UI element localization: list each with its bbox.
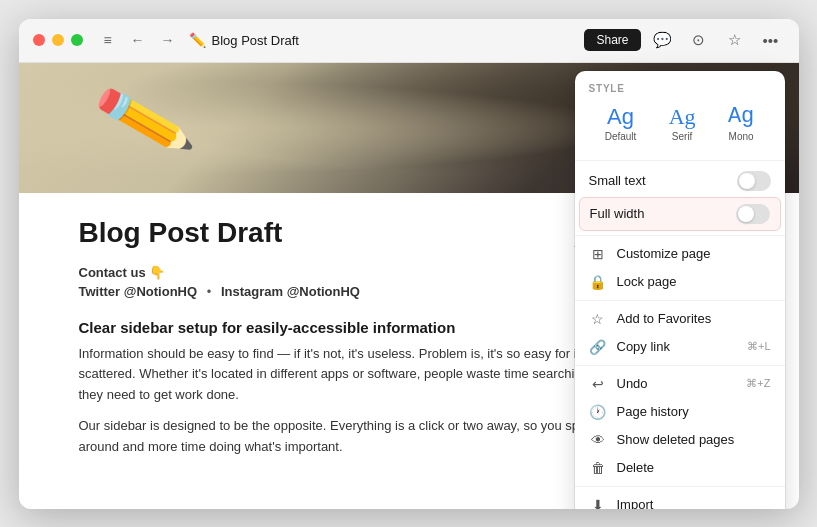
forward-button[interactable]: → <box>155 27 181 53</box>
copy-link-label: Copy link <box>617 339 737 354</box>
style-options: Ag Default Ag Serif Ag Mono <box>575 102 785 156</box>
page-history-icon: 🕐 <box>589 404 607 420</box>
share-button[interactable]: Share <box>584 29 640 51</box>
star-icon[interactable]: ☆ <box>721 26 749 54</box>
style-mono[interactable]: Ag Mono <box>720 102 762 146</box>
app-window: ≡ ← → ✏️ Blog Post Draft Share 💬 ⊙ ☆ •••… <box>19 19 799 509</box>
maximize-button[interactable] <box>71 34 83 46</box>
divider-2 <box>575 235 785 236</box>
full-width-label: Full width <box>590 206 645 221</box>
divider-1 <box>575 160 785 161</box>
lock-label: Lock page <box>617 274 771 289</box>
undo-shortcut: ⌘+Z <box>746 377 770 390</box>
import-label: Import <box>617 497 771 509</box>
copy-link-shortcut: ⌘+L <box>747 340 771 353</box>
show-deleted-label: Show deleted pages <box>617 432 771 447</box>
style-serif[interactable]: Ag Serif <box>661 102 704 146</box>
traffic-lights <box>33 34 83 46</box>
titlebar-actions: Share 💬 ⊙ ☆ ••• <box>584 26 784 54</box>
menu-icon[interactable]: ≡ <box>95 27 121 53</box>
small-text-row: Small text <box>575 165 785 197</box>
style-serif-label: Serif <box>672 131 693 142</box>
separator: • <box>207 284 212 299</box>
pencil-icon: ✏️ <box>89 67 198 172</box>
contact-label: Contact us <box>79 265 146 280</box>
delete-icon: 🗑 <box>589 460 607 476</box>
menu-item-delete[interactable]: 🗑 Delete <box>575 454 785 482</box>
full-width-toggle[interactable] <box>736 204 770 224</box>
style-section-label: STYLE <box>575 83 785 102</box>
nav-buttons: ≡ ← → <box>95 27 181 53</box>
small-text-label: Small text <box>589 173 646 188</box>
divider-3 <box>575 300 785 301</box>
page-title: Blog Post Draft <box>212 33 585 48</box>
divider-4 <box>575 365 785 366</box>
undo-icon: ↩ <box>589 376 607 392</box>
minimize-button[interactable] <box>52 34 64 46</box>
style-serif-letter: Ag <box>669 106 696 128</box>
favorites-icon: ☆ <box>589 311 607 327</box>
full-width-row: Full width <box>579 197 781 231</box>
twitter-label: Twitter @NotionHQ <box>79 284 198 299</box>
style-mono-label: Mono <box>729 131 754 142</box>
favorites-label: Add to Favorites <box>617 311 771 326</box>
contact-emoji: 👇 <box>149 265 165 280</box>
menu-item-undo[interactable]: ↩ Undo ⌘+Z <box>575 370 785 398</box>
titlebar: ≡ ← → ✏️ Blog Post Draft Share 💬 ⊙ ☆ ••• <box>19 19 799 63</box>
style-default-label: Default <box>605 131 637 142</box>
instagram-label: Instagram @NotionHQ <box>221 284 360 299</box>
style-default[interactable]: Ag Default <box>597 102 645 146</box>
more-options-icon[interactable]: ••• <box>757 26 785 54</box>
menu-item-page-history[interactable]: 🕐 Page history <box>575 398 785 426</box>
style-default-letter: Ag <box>607 106 634 128</box>
content-area: ✏️ Blog Post Draft Contact us 👇 Twitter … <box>19 63 799 509</box>
menu-item-show-deleted[interactable]: 👁 Show deleted pages <box>575 426 785 454</box>
delete-label: Delete <box>617 460 771 475</box>
copy-link-icon: 🔗 <box>589 339 607 355</box>
import-icon: ⬇ <box>589 497 607 509</box>
divider-5 <box>575 486 785 487</box>
dropdown-menu: STYLE Ag Default Ag Serif Ag Mono <box>575 71 785 509</box>
menu-item-import[interactable]: ⬇ Import <box>575 491 785 509</box>
close-button[interactable] <box>33 34 45 46</box>
page-history-label: Page history <box>617 404 771 419</box>
back-button[interactable]: ← <box>125 27 151 53</box>
style-mono-letter: Ag <box>728 106 754 128</box>
customize-icon: ⊞ <box>589 246 607 262</box>
comment-icon[interactable]: 💬 <box>649 26 677 54</box>
customize-label: Customize page <box>617 246 771 261</box>
page-icon: ✏️ <box>189 32 206 48</box>
menu-item-lock[interactable]: 🔒 Lock page <box>575 268 785 296</box>
small-text-toggle[interactable] <box>737 171 771 191</box>
lock-icon: 🔒 <box>589 274 607 290</box>
menu-item-copy-link[interactable]: 🔗 Copy link ⌘+L <box>575 333 785 361</box>
help-icon[interactable]: ⊙ <box>685 26 713 54</box>
menu-item-favorites[interactable]: ☆ Add to Favorites <box>575 305 785 333</box>
undo-label: Undo <box>617 376 737 391</box>
menu-item-customize[interactable]: ⊞ Customize page <box>575 240 785 268</box>
show-deleted-icon: 👁 <box>589 432 607 448</box>
